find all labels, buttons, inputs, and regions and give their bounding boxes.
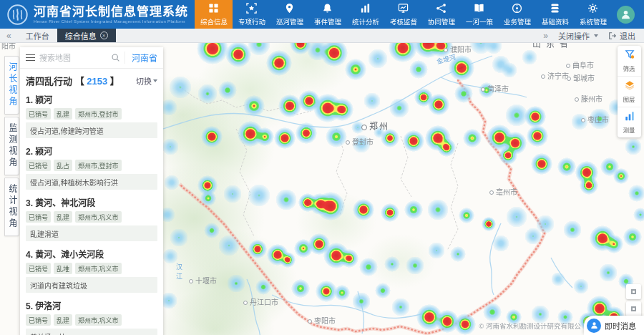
issue-desc: 养羊场一处 (26, 329, 157, 335)
issue-title: 3. 黄河、神北河段 (26, 196, 157, 208)
nav-item[interactable]: 统计分析 (346, 0, 384, 29)
issue-desc: 侵占河道,种植树木影响行洪 (26, 174, 157, 190)
region-link[interactable]: 河南省 (125, 52, 157, 64)
view-tab[interactable]: 监测视角 (4, 117, 19, 175)
switch-dropdown[interactable]: 切换 (136, 75, 157, 87)
map-tool-图层[interactable]: 图层 (618, 77, 641, 107)
layers-icon (625, 80, 635, 93)
close-operations-dropdown[interactable]: 关闭操作 (558, 30, 598, 42)
location-pin-icon (284, 3, 295, 14)
issue-tag: 乱占 (54, 160, 72, 171)
issue-tag: 乱建 (54, 108, 72, 120)
app-logo-icon (6, 4, 29, 26)
share-nodes-icon (436, 3, 447, 14)
nav-item-label: 统计分析 (352, 16, 379, 26)
info-panel: 河南省 清四乱行动 【 2153 】 切换 1. 颍河 已销号乱建郑州市,登封市… (20, 47, 163, 335)
nav-item[interactable]: 考核监督 (384, 0, 422, 29)
workspace-tab[interactable]: 综合信息 × (57, 29, 116, 42)
issue-item[interactable]: 1. 颍河 已销号乱建郑州市,登封市 侵占河道,修建跨河管道 (20, 90, 163, 142)
issue-item[interactable]: 4. 黄河、滩小关河段 已销号乱堆郑州市,巩义市 河道内有建筑垃圾 (20, 245, 163, 296)
app-subtitle: Henan River Chief System Integrated Mana… (34, 19, 188, 24)
book-icon (474, 3, 484, 14)
issue-title: 5. 伊洛河 (26, 299, 157, 311)
filter-icon (625, 49, 635, 62)
nav-item[interactable]: 巡河管理 (270, 0, 308, 29)
tab-label: 工作台 (26, 30, 49, 42)
map-control-button[interactable] (626, 284, 641, 299)
nav-item-label: 一河一策 (466, 16, 493, 26)
issue-desc: 侵占河道,修建跨河管道 (26, 122, 157, 138)
tabs-scroll-left-icon[interactable]: « (0, 29, 18, 42)
nav-item-label: 巡河管理 (276, 16, 303, 26)
issue-tag: 乱建 (54, 211, 72, 223)
disc-icon (512, 3, 522, 14)
tab-label: 综合信息 (65, 30, 97, 42)
app-header: 河南省河长制信息管理系统 Henan River Chief System In… (0, 0, 644, 29)
nav-item[interactable]: 基础资料 (536, 0, 574, 29)
issue-title: 4. 黄河、滩小关河段 (26, 248, 157, 260)
map-search-row: 河南省 (20, 47, 163, 69)
database-icon (550, 3, 560, 14)
close-icon[interactable]: × (100, 31, 108, 39)
view-tabs: 河长视角监测视角统计视角 (4, 56, 19, 238)
measure-icon (625, 111, 635, 124)
issue-count: 2153 (87, 76, 107, 87)
map-tool-测量[interactable]: 测量 (618, 107, 641, 137)
panel-title: 清四乱行动 【 2153 】 (26, 74, 119, 87)
nav-item[interactable]: 专项行动 (233, 0, 270, 29)
chevron-down-icon (153, 79, 157, 82)
map-control-button[interactable] (626, 301, 641, 316)
map-tool-label: 图层 (623, 95, 635, 104)
issue-title: 1. 颍河 (26, 93, 157, 105)
workspace-tab[interactable]: 工作台 (18, 29, 57, 42)
bar-chart-icon (360, 3, 371, 14)
issue-title: 2. 颍河 (26, 145, 157, 157)
view-tab[interactable]: 河长视角 (4, 56, 19, 115)
app-title: 河南省河长制信息管理系统 (34, 5, 188, 19)
issue-tag: 郑州市,登封市 (75, 160, 122, 171)
nav-item[interactable]: 协同管理 (422, 0, 460, 29)
map-tool-label: 测量 (623, 126, 635, 135)
nav-item[interactable]: 事件管理 (308, 0, 346, 29)
nav-item-label: 综合信息 (200, 16, 228, 26)
grid-icon (208, 3, 219, 14)
chevron-down-icon (594, 34, 598, 37)
instant-message-widget[interactable]: 即时消息 (584, 316, 644, 335)
nav-item[interactable]: 业务管理 (498, 0, 536, 29)
nav-item[interactable]: 综合信息 (195, 0, 233, 29)
issue-tag: 已销号 (26, 263, 51, 274)
tabbar-right: » 关闭操作 退出 (543, 29, 644, 42)
square-icon (631, 306, 636, 311)
search-icon[interactable] (111, 53, 120, 62)
copyright-text: © 河南省水利勘测设计研究有限公 (479, 321, 581, 331)
issue-desc: 乱建滑道 (26, 225, 157, 241)
scan-star-icon (246, 3, 257, 14)
exit-icon (608, 31, 617, 40)
issue-item[interactable]: 5. 伊洛河 已销号乱建郑州市,巩义市 养羊场一处 (20, 296, 163, 335)
view-tab[interactable]: 统计视角 (4, 178, 19, 236)
issue-tag: 郑州市,登封市 (75, 108, 122, 120)
issue-tag: 郑州市,巩义市 (75, 263, 122, 274)
issue-item[interactable]: 2. 颍河 已销号乱占郑州市,登封市 侵占河道,种植树木影响行洪 (20, 142, 163, 193)
nav-item-label: 系统管理 (580, 16, 607, 26)
issue-item[interactable]: 3. 黄河、神北河段 已销号乱建郑州市,巩义市 乱建滑道 (20, 193, 163, 245)
menu-icon[interactable] (26, 54, 35, 62)
issue-tag: 已销号 (26, 211, 51, 223)
tabs-scroll-right-icon[interactable]: » (543, 31, 548, 41)
open-tabs: 工作台 综合信息 × (18, 29, 116, 42)
panel-header: 清四乱行动 【 2153 】 切换 (20, 69, 163, 90)
nav-item[interactable]: 系统管理 (574, 0, 612, 29)
bell-icon (322, 3, 333, 14)
issue-tag: 乱建 (54, 314, 72, 326)
nav-item-label: 基础资料 (542, 16, 569, 26)
nav-item-label: 业务管理 (504, 16, 531, 26)
exit-button[interactable]: 退出 (608, 30, 635, 42)
gear-icon (587, 3, 598, 14)
map-tool-筛选[interactable]: 筛选 (618, 46, 641, 77)
nav-item[interactable]: 一河一策 (460, 0, 498, 29)
square-icon (631, 289, 636, 294)
map-tool-label: 筛选 (623, 64, 635, 73)
user-avatar[interactable] (617, 6, 635, 24)
issue-tag: 郑州市,巩义市 (75, 314, 122, 326)
search-input[interactable] (39, 54, 107, 62)
